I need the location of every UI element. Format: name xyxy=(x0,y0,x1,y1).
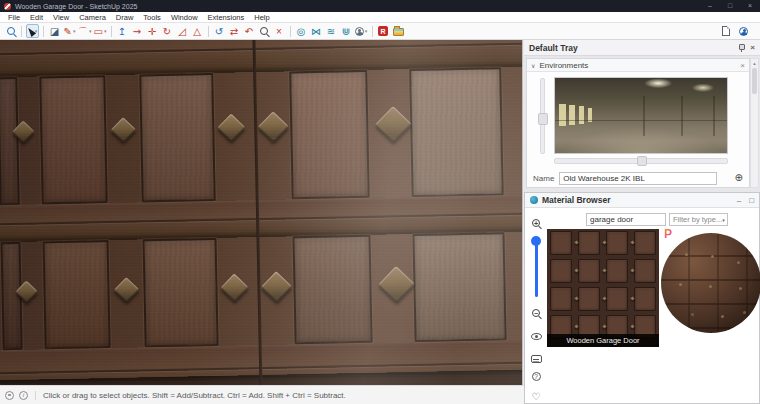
preview-visibility-button[interactable] xyxy=(531,326,542,344)
move-tool[interactable]: ✛ xyxy=(146,24,159,38)
help-button[interactable]: ? xyxy=(532,372,541,381)
toolbar-separator xyxy=(43,26,44,37)
follow-me-tool[interactable]: ⇝ xyxy=(131,24,144,38)
environment-name-input[interactable] xyxy=(559,172,717,185)
menu-item-draw[interactable]: Draw xyxy=(111,13,139,22)
environments-title: Environments xyxy=(539,61,588,70)
preview-size-slider[interactable] xyxy=(535,236,538,298)
rotate-tool[interactable]: ↻ xyxy=(161,24,174,38)
environment-panorama-thumbnail[interactable] xyxy=(554,77,728,154)
environment-intensity-slider[interactable] xyxy=(540,78,545,154)
material-browser-toolstrip: +−?♡ xyxy=(525,211,547,401)
swatch-panel xyxy=(578,287,600,311)
menu-item-camera[interactable]: Camera xyxy=(74,13,111,22)
panorama-column xyxy=(681,96,683,136)
add-environment-button[interactable]: ⊕ xyxy=(735,173,743,183)
swatch-panel xyxy=(578,231,600,255)
diamond-stud xyxy=(220,273,248,301)
default-tray-header: Default Tray × xyxy=(524,40,760,56)
zoom-in-button[interactable]: + xyxy=(532,213,540,231)
pan-tool[interactable]: ⇄ xyxy=(228,24,241,38)
swatch-panel xyxy=(578,259,600,283)
maximize-button[interactable]: □ xyxy=(720,0,740,12)
tray-scrollbar[interactable]: ▴ xyxy=(750,58,759,188)
rectangle-tool[interactable]: ▭▾ xyxy=(94,24,107,38)
eraser-tool[interactable]: ◪ xyxy=(48,24,61,38)
geolocation-status-icon[interactable] xyxy=(5,391,14,400)
slider-handle[interactable] xyxy=(637,156,647,166)
render-plugin-tool[interactable]: R xyxy=(377,24,390,38)
push-pull-tool[interactable]: ↥ xyxy=(116,24,129,38)
orbit-tool[interactable]: ↺ xyxy=(213,24,226,38)
favorites-button[interactable]: ♡ xyxy=(532,386,541,404)
scroll-up-icon[interactable]: ▴ xyxy=(751,59,758,67)
diamond-stud xyxy=(258,111,289,142)
new-document-icon[interactable] xyxy=(722,26,730,36)
swatch-panel xyxy=(606,287,628,311)
viewport-3d[interactable] xyxy=(0,40,523,385)
material-browser-maximize[interactable]: □ xyxy=(749,196,754,205)
panorama-window-light xyxy=(559,104,566,126)
poliigon-logo-icon: P xyxy=(664,227,672,241)
panorama-column xyxy=(643,96,645,136)
swatch-panel xyxy=(634,287,656,311)
sphere-panel-lines xyxy=(661,233,760,333)
material-swatch[interactable]: Wooden Garage Door xyxy=(547,229,659,347)
zoom-extents-tool[interactable]: × xyxy=(273,24,286,38)
poliigon-models-tool[interactable]: ≋ xyxy=(325,24,338,38)
panorama-floor-line xyxy=(555,120,727,121)
import-assets-tool[interactable] xyxy=(392,24,405,38)
menu-item-file[interactable]: File xyxy=(3,13,25,22)
slider-handle[interactable] xyxy=(538,113,548,125)
menu-item-tools[interactable]: Tools xyxy=(138,13,166,22)
menu-item-view[interactable]: View xyxy=(48,13,74,22)
material-sphere-preview[interactable] xyxy=(661,233,760,333)
zoom-tool[interactable] xyxy=(258,24,271,38)
previous-view-tool[interactable]: ↶ xyxy=(243,24,256,38)
scrollbar-thumb[interactable] xyxy=(752,68,757,94)
door-panel xyxy=(39,75,108,204)
menu-item-window[interactable]: Window xyxy=(166,13,203,22)
material-browser-logo-icon xyxy=(530,196,538,204)
credits-status-icon[interactable]: i xyxy=(19,391,28,400)
environments-header[interactable]: ∨ Environments × xyxy=(527,59,749,72)
scale-tool[interactable]: ◿ xyxy=(176,24,189,38)
sketchup-window: Wooden Garage Door - SketchUp 2025 – □ ×… xyxy=(0,0,760,404)
zoom-window-tool[interactable] xyxy=(4,24,17,38)
display-mode-button[interactable] xyxy=(531,349,542,367)
arc-tool[interactable]: ⌒▾ xyxy=(78,24,92,38)
toolbar-separator xyxy=(290,26,291,37)
swatch-panel xyxy=(634,259,656,283)
minimize-button[interactable]: – xyxy=(700,0,720,12)
panorama-window-light xyxy=(569,105,575,125)
diamond-stud xyxy=(261,271,292,302)
close-button[interactable]: × xyxy=(740,0,760,12)
tape-measure-tool[interactable]: △ xyxy=(191,24,204,38)
poliigon-hdri-tool[interactable]: ⋓ xyxy=(340,24,353,38)
menu-item-help[interactable]: Help xyxy=(249,13,274,22)
name-label: Name xyxy=(533,174,554,183)
swatch-panel xyxy=(550,231,572,255)
poliigon-search-tool[interactable]: ◎ xyxy=(295,24,308,38)
filter-by-type-dropdown[interactable]: Filter by type... ▾ xyxy=(669,213,728,226)
menu-item-extensions[interactable]: Extensions xyxy=(203,13,250,22)
pin-tray-icon[interactable] xyxy=(737,43,745,52)
line-tool[interactable]: ✎▾ xyxy=(63,24,76,38)
door-panel xyxy=(43,240,111,349)
environment-rotation-slider[interactable] xyxy=(554,158,728,164)
default-tray-title: Default Tray xyxy=(529,43,578,53)
environments-close-icon[interactable]: × xyxy=(740,61,745,70)
close-tray-icon[interactable]: × xyxy=(750,43,755,52)
zoom-out-button[interactable]: − xyxy=(532,303,540,321)
door-panel xyxy=(409,67,504,197)
material-search-input[interactable] xyxy=(586,213,666,226)
poliigon-materials-tool[interactable]: ⋈ xyxy=(310,24,323,38)
account-icon[interactable] xyxy=(739,27,748,36)
select-tool[interactable]: ▾ xyxy=(26,24,39,38)
material-browser-minimize[interactable]: – xyxy=(737,196,741,205)
diamond-stud xyxy=(378,266,415,303)
main-toolbar: ▾◪✎▾⌒▾▭▾↥⇝✛↻◿△↺⇄↶×◎⋈≋⋓▾R xyxy=(0,23,760,40)
account-menu[interactable]: ▾ xyxy=(355,24,368,38)
filter-label: Filter by type... xyxy=(673,215,722,224)
menu-item-edit[interactable]: Edit xyxy=(25,13,48,22)
